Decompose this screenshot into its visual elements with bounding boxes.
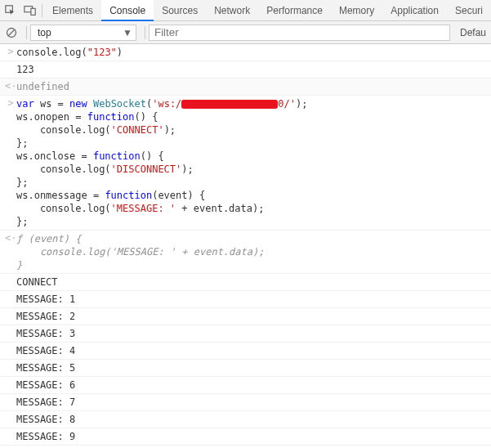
log-text: MESSAGE: 2 [16,310,491,323]
context-value: top [38,27,51,38]
separator [42,4,42,17]
log-text: MESSAGE: 8 [16,413,491,426]
console-log-row: MESSAGE: 8 [0,411,491,428]
log-text: MESSAGE: 6 [16,379,491,392]
console-log-row: MESSAGE: 1 [0,291,491,308]
console-log-row: MESSAGE: 4 [0,343,491,360]
context-selector[interactable]: top ▼ [30,25,136,41]
chevron-down-icon: ▼ [123,27,132,38]
svg-line-4 [8,29,15,36]
console-result-row: <· undefined [0,78,491,96]
console-filter-bar: top ▼ Defau [0,21,491,44]
device-toggle-icon[interactable] [20,0,41,21]
console-log-row: 123 [0,61,491,78]
log-text: MESSAGE: 5 [16,361,491,374]
log-levels-selector[interactable]: Defau [455,21,491,44]
undefined-result: undefined [16,80,491,93]
separator [26,26,27,39]
console-input-row[interactable]: > var ws = new WebSocket('ws:/0/'); ws.o… [0,96,491,231]
tab-sources[interactable]: Sources [154,0,206,21]
log-text: MESSAGE: 4 [16,344,491,357]
tab-application[interactable]: Application [382,0,447,21]
console-log-row: MESSAGE: 2 [0,308,491,325]
fn-echo: ƒ (event) { console.log('MESSAGE: ' + ev… [16,232,491,271]
tab-memory[interactable]: Memory [331,0,382,21]
input-chevron-icon: > [5,46,16,57]
console-input-row[interactable]: > console.log("123") [0,44,491,61]
input-chevron-icon: > [5,97,16,109]
log-text: MESSAGE: 3 [16,327,491,340]
log-text: 123 [16,63,491,76]
log-text: CONNECT [16,276,491,289]
console-log-row: MESSAGE: 7 [0,394,491,411]
result-chevron-icon: <· [5,232,16,244]
result-chevron-icon: <· [5,80,16,92]
console-log-row: MESSAGE: 3 [0,325,491,343]
tab-console[interactable]: Console [101,0,154,21]
console-result-row: <· ƒ (event) { console.log('MESSAGE: ' +… [0,231,491,274]
log-text: MESSAGE: 7 [16,396,491,409]
console-log-row: MESSAGE: 9 [0,428,491,446]
console-log-row: MESSAGE: 6 [0,377,491,394]
redacted-url [181,100,278,109]
separator [145,26,145,39]
inspect-icon[interactable] [0,0,20,21]
console-log-row: CONNECT [0,274,491,291]
code: console.log("123") [16,46,491,59]
log-text: MESSAGE: 9 [16,430,491,443]
svg-rect-2 [31,8,35,15]
console-log-row: MESSAGE: 5 [0,360,491,377]
tab-performance[interactable]: Performance [258,0,331,21]
devtools-tabs-bar: Elements Console Sources Network Perform… [0,0,491,21]
tab-network[interactable]: Network [206,0,258,21]
tab-elements[interactable]: Elements [44,0,101,21]
clear-console-icon[interactable] [0,21,23,44]
console-output: > console.log("123") 123 <· undefined > … [0,44,491,448]
log-text: MESSAGE: 1 [16,293,491,306]
tab-security[interactable]: Securi [447,0,491,21]
code-block: var ws = new WebSocket('ws:/0/'); ws.ono… [16,97,491,228]
filter-input[interactable] [149,25,450,41]
